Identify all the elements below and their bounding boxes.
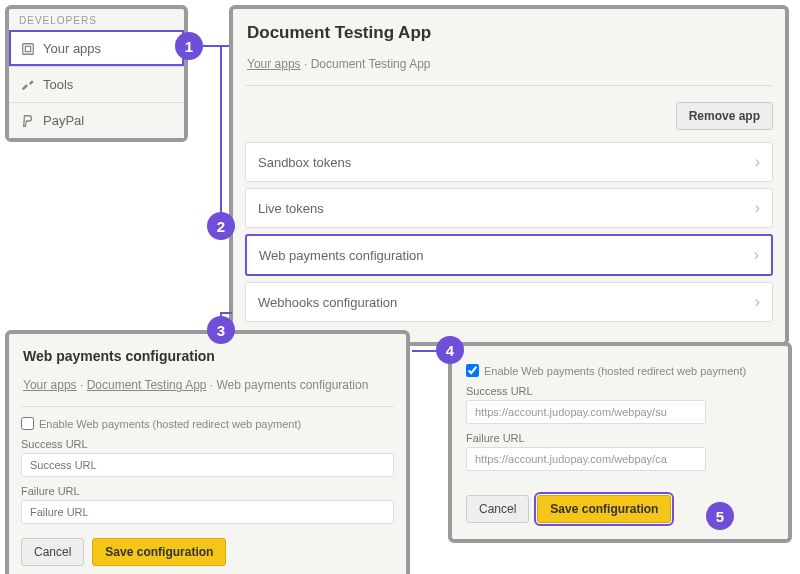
failure-url-label: Failure URL bbox=[21, 485, 394, 497]
web-payments-config-filled-panel: Enable Web payments (hosted redirect web… bbox=[448, 342, 792, 543]
chevron-right-icon: › bbox=[755, 199, 760, 217]
breadcrumb: Your apps · Document Testing App bbox=[245, 53, 773, 81]
svg-rect-1 bbox=[25, 46, 30, 51]
divider bbox=[245, 85, 773, 86]
sidebar-item-label: Your apps bbox=[43, 41, 101, 56]
cancel-button[interactable]: Cancel bbox=[21, 538, 84, 566]
developers-sidebar: DEVELOPERS Your apps Tools PayPal bbox=[5, 5, 188, 142]
remove-app-button[interactable]: Remove app bbox=[676, 102, 773, 130]
success-url-label: Success URL bbox=[466, 385, 774, 397]
enable-label: Enable Web payments (hosted redirect web… bbox=[484, 365, 746, 377]
step-badge-4: 4 bbox=[436, 336, 464, 364]
paypal-icon bbox=[21, 114, 35, 128]
tools-icon bbox=[21, 78, 35, 92]
row-sandbox-tokens[interactable]: Sandbox tokens › bbox=[245, 142, 773, 182]
breadcrumb-root[interactable]: Your apps bbox=[23, 378, 77, 392]
step-badge-5: 5 bbox=[706, 502, 734, 530]
divider bbox=[21, 406, 394, 407]
row-web-payments-config[interactable]: Web payments configuration › bbox=[245, 234, 773, 276]
enable-web-payments-checkbox[interactable] bbox=[466, 364, 479, 377]
svg-rect-0 bbox=[23, 43, 34, 54]
failure-url-input[interactable] bbox=[21, 500, 394, 524]
sidebar-item-label: Tools bbox=[43, 77, 73, 92]
breadcrumb-current: Document Testing App bbox=[311, 57, 431, 71]
sidebar-item-paypal[interactable]: PayPal bbox=[9, 102, 184, 138]
breadcrumb-current: Web payments configuration bbox=[217, 378, 369, 392]
chevron-right-icon: › bbox=[755, 153, 760, 171]
row-label: Webhooks configuration bbox=[258, 295, 397, 310]
success-url-input[interactable] bbox=[21, 453, 394, 477]
save-configuration-button[interactable]: Save configuration bbox=[537, 495, 671, 523]
failure-url-label: Failure URL bbox=[466, 432, 774, 444]
sidebar-item-tools[interactable]: Tools bbox=[9, 66, 184, 102]
sidebar-item-label: PayPal bbox=[43, 113, 84, 128]
breadcrumb: Your apps · Document Testing App · Web p… bbox=[21, 374, 394, 402]
row-live-tokens[interactable]: Live tokens › bbox=[245, 188, 773, 228]
app-panel: Document Testing App Your apps · Documen… bbox=[229, 5, 789, 346]
connector bbox=[220, 312, 232, 314]
breadcrumb-root[interactable]: Your apps bbox=[247, 57, 301, 71]
step-badge-2: 2 bbox=[207, 212, 235, 240]
row-webhooks-config[interactable]: Webhooks configuration › bbox=[245, 282, 773, 322]
apps-icon bbox=[21, 42, 35, 56]
row-label: Sandbox tokens bbox=[258, 155, 351, 170]
row-label: Live tokens bbox=[258, 201, 324, 216]
enable-web-payments-checkbox[interactable] bbox=[21, 417, 34, 430]
failure-url-input[interactable] bbox=[466, 447, 706, 471]
page-title: Document Testing App bbox=[245, 17, 773, 53]
step-badge-3: 3 bbox=[207, 316, 235, 344]
enable-label: Enable Web payments (hosted redirect web… bbox=[39, 418, 301, 430]
connector bbox=[220, 45, 222, 225]
success-url-input[interactable] bbox=[466, 400, 706, 424]
save-configuration-button[interactable]: Save configuration bbox=[92, 538, 226, 566]
sidebar-item-your-apps[interactable]: Your apps bbox=[9, 30, 184, 66]
cancel-button[interactable]: Cancel bbox=[466, 495, 529, 523]
sidebar-header: DEVELOPERS bbox=[9, 9, 184, 30]
web-payments-config-panel: Web payments configuration Your apps · D… bbox=[5, 330, 410, 574]
chevron-right-icon: › bbox=[754, 246, 759, 264]
row-label: Web payments configuration bbox=[259, 248, 424, 263]
page-title: Web payments configuration bbox=[21, 344, 394, 374]
step-badge-1: 1 bbox=[175, 32, 203, 60]
success-url-label: Success URL bbox=[21, 438, 394, 450]
breadcrumb-mid[interactable]: Document Testing App bbox=[87, 378, 207, 392]
chevron-right-icon: › bbox=[755, 293, 760, 311]
